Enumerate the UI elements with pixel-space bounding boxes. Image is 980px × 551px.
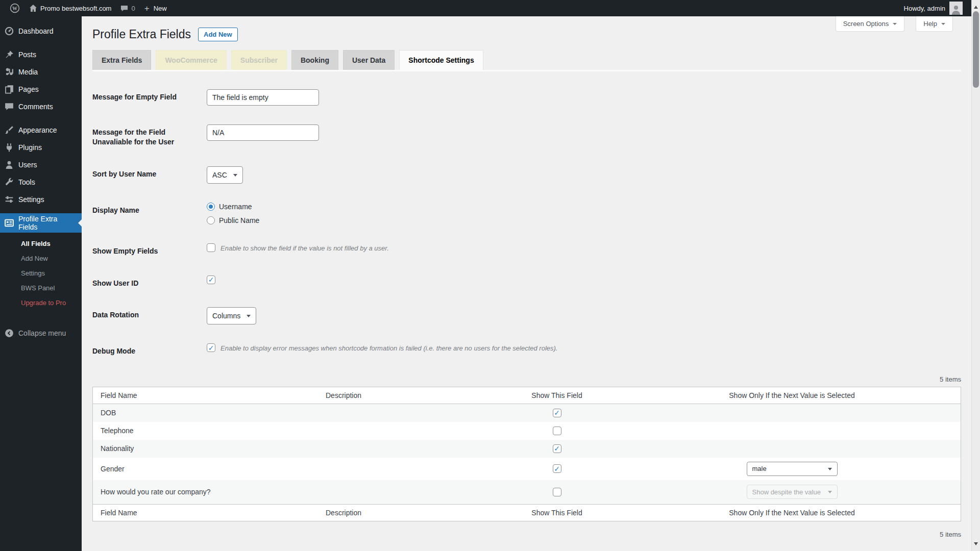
shortcode-settings-form: Message for Empty Field Message for the …	[92, 89, 961, 357]
avatar[interactable]	[949, 2, 963, 15]
display-name-label: Display Name	[92, 203, 207, 224]
scrollbar-thumb[interactable]	[973, 11, 979, 88]
data-rotation-select-value: Columns	[212, 312, 240, 320]
sidebar-item-tools[interactable]: Tools	[0, 173, 82, 191]
data-rotation-select[interactable]: Columns	[207, 307, 256, 324]
display-name-username-option[interactable]: Username	[207, 203, 259, 211]
chevron-down-icon	[233, 174, 237, 179]
sidebar-item-label: Pages	[18, 85, 39, 93]
fields-table: Field Name Description Show This Field S…	[92, 387, 961, 521]
tab-user-data[interactable]: User Data	[343, 50, 395, 70]
comments-admin-item[interactable]: 0	[116, 0, 139, 16]
help-button[interactable]: Help	[916, 16, 953, 32]
submenu-item-add-new[interactable]: Add New	[0, 251, 82, 266]
items-count-top: 5 items	[92, 375, 961, 383]
wordpress-logo-icon: W	[10, 3, 20, 13]
svg-text:W: W	[12, 6, 17, 11]
profile-extra-fields-submenu: All Fields Add New Settings BWS Panel Up…	[0, 233, 82, 315]
sidebar-item-dashboard[interactable]: Dashboard	[0, 22, 82, 40]
collapse-icon	[5, 329, 14, 338]
sidebar-item-label: Posts	[18, 51, 36, 59]
sidebar-item-plugins[interactable]: Plugins	[0, 139, 82, 156]
gender-value-select[interactable]: male	[747, 462, 838, 476]
footer-show-only-if: Show Only If the Next Value is Selected	[628, 505, 961, 521]
footer-show-this-field: Show This Field	[491, 505, 628, 521]
submenu-item-settings[interactable]: Settings	[0, 266, 82, 281]
show-empty-fields-checkbox[interactable]	[207, 243, 215, 252]
table-row: Gender male	[93, 458, 961, 480]
sidebar-item-comments[interactable]: Comments	[0, 98, 82, 115]
sidebar-item-label: Plugins	[18, 143, 42, 152]
new-label: New	[154, 5, 167, 12]
description-cell	[318, 488, 491, 496]
sidebar-item-label: Comments	[18, 103, 53, 111]
sort-select[interactable]: ASC	[207, 166, 243, 184]
sidebar-item-label: Media	[18, 68, 38, 76]
profile-fields-icon	[5, 218, 14, 228]
help-label: Help	[923, 20, 937, 28]
show-field-checkbox[interactable]	[553, 444, 561, 453]
sliders-icon	[5, 195, 14, 204]
main-content: Screen Options Help Profile Extra Fields…	[82, 16, 971, 551]
sidebar-item-profile-extra-fields[interactable]: Profile Extra Fields	[0, 213, 82, 233]
settings-tabs: Extra Fields WooCommerce Subscriber Book…	[92, 50, 961, 71]
add-new-button[interactable]: Add New	[198, 28, 238, 41]
submenu-item-all-fields[interactable]: All Fields	[0, 236, 82, 251]
show-field-checkbox[interactable]	[553, 409, 561, 417]
wrench-icon	[5, 178, 14, 187]
field-name-cell: Gender	[93, 461, 318, 477]
sidebar-item-pages[interactable]: Pages	[0, 81, 82, 98]
admin-bar: W Promo bestwebsoft.com 0 + New Howdy, a…	[0, 0, 980, 16]
submenu-item-upgrade-to-pro[interactable]: Upgrade to Pro	[0, 295, 82, 310]
sidebar-item-appearance[interactable]: Appearance	[0, 121, 82, 139]
new-content-menu[interactable]: + New	[140, 0, 172, 16]
tab-subscriber[interactable]: Subscriber	[231, 50, 287, 70]
page-scrollbar[interactable]	[971, 0, 980, 551]
howdy-text[interactable]: Howdy, admin	[904, 5, 945, 12]
current-menu-arrow	[74, 219, 82, 227]
display-name-public-name-option[interactable]: Public Name	[207, 216, 259, 224]
sidebar-item-label: Users	[18, 161, 37, 169]
field-name-cell: DOB	[93, 405, 318, 421]
site-link[interactable]: Promo bestwebsoft.com	[24, 0, 116, 16]
radio-label: Username	[219, 203, 252, 211]
sidebar-item-posts[interactable]: Posts	[0, 46, 82, 63]
header-field-name: Field Name	[93, 387, 318, 404]
page-title: Profile Extra Fields	[92, 27, 191, 42]
show-user-id-checkbox[interactable]	[207, 276, 215, 284]
sidebar-item-media[interactable]: Media	[0, 63, 82, 81]
scroll-down-arrow-icon[interactable]	[974, 542, 978, 547]
screen-options-button[interactable]: Screen Options	[836, 16, 905, 32]
tab-woocommerce[interactable]: WooCommerce	[156, 50, 226, 70]
empty-field-input[interactable]	[207, 89, 319, 106]
sidebar-item-settings[interactable]: Settings	[0, 191, 82, 208]
show-empty-fields-label: Show Empty Fields	[92, 243, 207, 257]
radio-selected[interactable]	[207, 203, 215, 211]
tab-shortcode-settings[interactable]: Shortcode Settings	[399, 50, 483, 70]
tab-booking[interactable]: Booking	[291, 50, 338, 70]
collapse-menu-button[interactable]: Collapse menu	[0, 324, 82, 342]
description-cell	[318, 409, 491, 417]
sidebar-item-users[interactable]: Users	[0, 156, 82, 173]
radio-unselected[interactable]	[207, 216, 215, 224]
tab-extra-fields[interactable]: Extra Fields	[92, 50, 151, 70]
rate-company-value-select: Show despite the value	[747, 485, 838, 499]
show-field-checkbox[interactable]	[553, 464, 561, 473]
show-field-checkbox[interactable]	[553, 427, 561, 435]
debug-mode-checkbox[interactable]	[207, 343, 215, 352]
user-icon	[5, 160, 14, 169]
show-user-id-label: Show User ID	[92, 276, 207, 289]
home-icon	[29, 4, 37, 12]
unavailable-field-input[interactable]	[207, 124, 319, 141]
submenu-item-bws-panel[interactable]: BWS Panel	[0, 281, 82, 295]
plus-icon: +	[144, 4, 150, 13]
field-name-cell: Nationality	[93, 440, 318, 457]
debug-mode-hint: Enable to display error messages when sh…	[220, 343, 557, 352]
sort-label: Sort by User Name	[92, 166, 207, 184]
table-row: How would you rate our company? Show des…	[93, 480, 961, 504]
table-row: Nationality	[93, 440, 961, 458]
footer-description: Description	[318, 505, 491, 521]
show-field-checkbox[interactable]	[553, 488, 561, 496]
wordpress-logo-menu[interactable]: W	[5, 0, 24, 16]
scroll-up-arrow-icon[interactable]	[974, 4, 978, 9]
